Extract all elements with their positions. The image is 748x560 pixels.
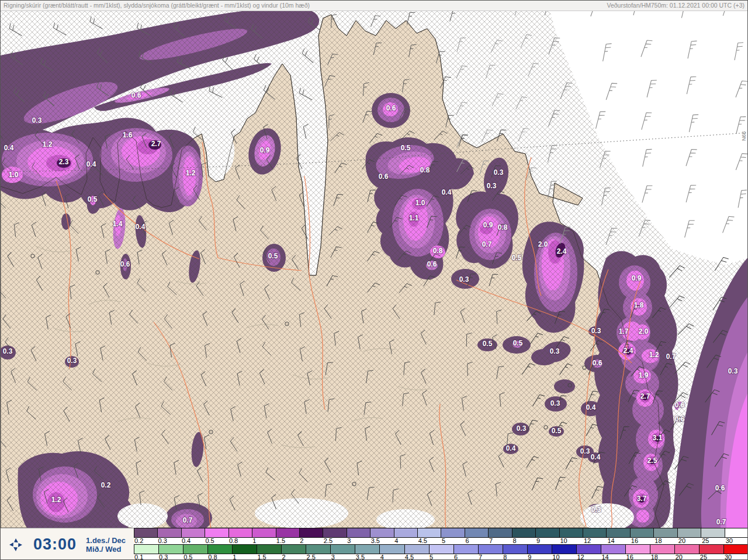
precip-value: 0.9 — [483, 221, 493, 229]
legend-cell — [355, 544, 380, 554]
legend-value: 5 — [429, 554, 453, 560]
precip-value: 2.7 — [151, 140, 161, 148]
precip-value: 0.3 — [67, 357, 77, 365]
precip-value: 0.3 — [494, 168, 504, 177]
precip-value: 0.9 — [632, 274, 642, 282]
legend-cell — [257, 544, 282, 554]
precip-value: 0.4 — [591, 453, 601, 461]
legend-cell — [677, 528, 701, 538]
snow-scale-cells — [134, 528, 748, 538]
legend-cell — [535, 528, 559, 538]
weather-map-screen: Rigning/skúrir (grænt/blátt/rautt - mm/1… — [0, 0, 748, 560]
precip-value: 0.6 — [379, 172, 389, 181]
legend-value: 4.5 — [418, 538, 441, 544]
legend-cell — [601, 544, 626, 554]
rain-scale-cells — [134, 544, 748, 554]
legend-value: 7 — [489, 538, 512, 544]
precip-value: 1.2 — [186, 169, 196, 177]
precip-value: 1.6 — [123, 131, 133, 139]
legend-cell — [207, 544, 233, 554]
precip-value: 1.9 — [639, 371, 649, 379]
precip-value: 0.3 — [550, 347, 560, 355]
legend-cell — [488, 528, 512, 538]
precip-value: 0.3 — [550, 399, 560, 407]
legend-value: 1 — [232, 554, 257, 560]
precip-value: 0.3 — [591, 327, 601, 335]
time-info-box: 03:00 1.des./ Dec Mið./ Wed — [1, 528, 134, 560]
precip-value: 0.6 — [386, 104, 396, 112]
date-line-1: 1.des./ Dec — [86, 536, 126, 545]
precip-value: 2.4 — [624, 347, 633, 355]
legend-value: 0.1 — [134, 554, 158, 560]
legend-value: 3.5 — [355, 554, 380, 560]
legend-value: 3 — [347, 538, 370, 544]
precip-value: 0.5 — [268, 252, 278, 260]
legend-value: 30 — [724, 554, 748, 560]
forecast-date: 1.des./ Dec Mið./ Wed — [86, 536, 126, 554]
legend-cell — [134, 544, 159, 554]
legend-value: 16 — [626, 554, 650, 560]
precip-value: 3.1 — [653, 434, 663, 442]
precip-value: 0.9 — [260, 146, 270, 154]
map-title-bar: Rigning/skúrir (grænt/blátt/rautt - mm/1… — [1, 1, 747, 11]
legend-cell — [527, 544, 552, 554]
precip-value: 0.7 — [183, 516, 193, 524]
legend-cell — [503, 544, 528, 554]
legend-value: 12 — [583, 538, 607, 544]
legend-cell — [157, 528, 181, 538]
precip-value: 0.8 — [498, 223, 508, 231]
legend-value: 25 — [699, 554, 724, 560]
legend-cell — [205, 528, 228, 538]
legend-cell — [306, 544, 331, 554]
legend-cell — [134, 528, 158, 538]
legend-cell — [625, 544, 650, 554]
legend-value: 3 — [331, 554, 355, 560]
legend-value: 20 — [678, 538, 701, 544]
legend-cell — [699, 544, 724, 554]
snow-scale-labels: 0.20.30.40.50.811.522.533.544.5567891012… — [134, 538, 748, 544]
legend-cell — [441, 528, 465, 538]
legend-value: 4 — [380, 554, 404, 560]
legend-cell — [158, 544, 183, 554]
precip-value: 0.3 — [459, 275, 469, 284]
precip-value: 1.1 — [409, 214, 419, 222]
precip-value: 0.4 — [586, 403, 596, 412]
legend-cell — [370, 528, 394, 538]
legend-value: 30 — [725, 538, 748, 544]
legend-cell — [653, 528, 677, 538]
legend-value: 2.5 — [306, 554, 331, 560]
legend-cell — [512, 528, 536, 538]
precip-value: 0.4 — [4, 144, 14, 152]
legend-value: 4 — [394, 538, 417, 544]
precip-value: 3.7 — [637, 495, 647, 503]
precip-value: 0.6 — [715, 484, 725, 492]
legend-cell — [404, 544, 430, 554]
legend-value: 12 — [576, 554, 601, 560]
legend-cell — [330, 544, 355, 554]
precip-value: 0.4 — [86, 160, 96, 168]
legend-value: 2.5 — [323, 538, 347, 544]
precip-value: 0.8 — [433, 247, 443, 255]
legend-value: 0.8 — [207, 554, 232, 560]
legend-value: 0.3 — [157, 538, 181, 544]
precip-value: 0.7 — [482, 240, 492, 248]
precip-value: 2.5 — [647, 457, 657, 465]
legend-cell — [276, 528, 300, 538]
legend-cell — [465, 528, 489, 538]
precip-value: 0.3 — [487, 182, 497, 190]
legend-cell — [299, 528, 323, 538]
legend-cell — [181, 528, 205, 538]
date-line-2: Mið./ Wed — [86, 545, 126, 554]
forecast-map[interactable]: 0.60.30.41.22.31.01.62.70.40.91.20.51.40… — [1, 1, 748, 560]
precip-value: 0.4 — [136, 223, 146, 231]
legend-cell — [674, 544, 699, 554]
precip-value: 1.8 — [634, 301, 644, 309]
precip-value: 0.5 — [513, 339, 523, 347]
precip-value: 1.2 — [649, 351, 659, 359]
legend-cell — [347, 528, 370, 538]
legend-value: 0.3 — [158, 554, 183, 560]
legend-cell — [606, 528, 630, 538]
legend-value: 1.5 — [276, 538, 299, 544]
precip-value: 2.7 — [640, 392, 650, 400]
legend-value: 6 — [465, 538, 489, 544]
